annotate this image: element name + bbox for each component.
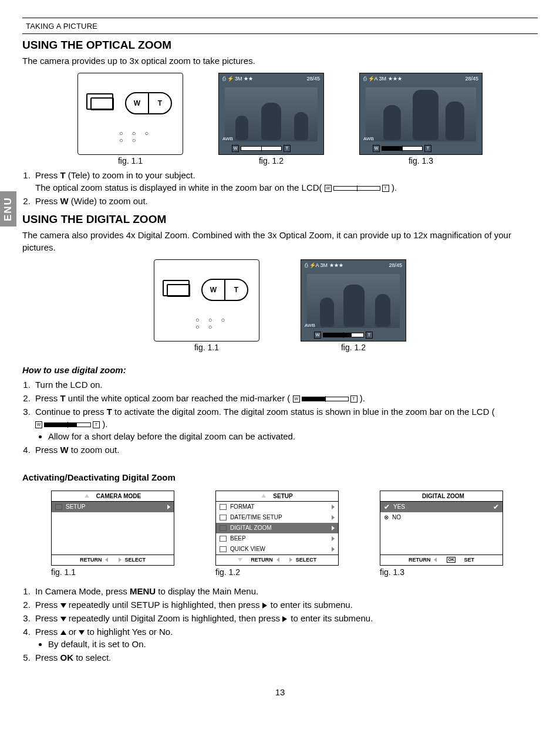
digital-steps: Turn the LCD on. Press T until the white… [33,378,538,456]
triangle-left-icon [276,557,279,562]
menu-row-label: NO [392,514,499,520]
triangle-left-icon [434,557,437,562]
text: (Wide) to zoom out. [69,196,148,206]
digital-figure-row: WT ○ ○ ○○ ○ fig. 1.1 ⎙ ⚡A 3M ★★★28/45 AW… [22,259,538,352]
fig-caption: fig. 1.1 [118,156,143,165]
menu-row-label: FORMAT [230,503,328,510]
key-ok: OK [60,652,74,662]
key-w: W [60,196,69,206]
fig-1-2: ⎙ ⚡A 3M ★★★28/45 AWB WT fig. 1.2 [301,259,406,352]
menu-row-label: SETUP [66,503,164,510]
key-t: T [107,407,112,417]
step-4: Press W to zoom out. [33,444,538,456]
text: Press [35,627,60,637]
fig-caption: fig. 1.2 [341,343,366,352]
text: Press [35,600,60,610]
text: Press [35,393,60,403]
lcd-preview: ⎙ ⚡ 3M ★★28/45 AWB WT [218,73,324,155]
triangle-right-icon [282,616,287,622]
menu-digital-zoom: DIGITAL ZOOM ✔YES✔ ⊗NO RETURN OK SET [380,491,503,566]
zoom-icon [220,525,227,531]
triangle-right-icon [289,557,292,562]
fig-caption: fig. 1.1 [194,343,219,352]
text: until the white optical zoom bar reached… [66,393,293,403]
menu-2: SETUP FORMAT DATE/TIME SETUP DIGITAL ZOO… [215,491,345,577]
heading-digital-zoom: USING THE DIGITAL ZOOM [22,213,538,226]
text: to zoom out. [69,445,120,455]
text: to enter its submenu. [288,613,373,623]
lcd-awb: AWB [222,136,233,141]
text: or [66,627,79,637]
footer-return: RETURN [80,557,102,563]
page-number: 13 [22,687,538,697]
menu-row-label: QUICK VIEW [230,546,328,552]
optical-intro: The camera provides up to 3x optical zoo… [22,55,538,67]
lcd-preview: ⎙ ⚡A 3M ★★★28/45 AWB WT [359,73,483,155]
zoom-bar-icon: WT [373,145,431,152]
step-4-bullet: By default, it is set to On. [48,638,538,650]
chevron-right-icon [332,515,335,520]
menu-3: DIGITAL ZOOM ✔YES✔ ⊗NO RETURN OK SET fig… [380,491,509,577]
step-1: In Camera Mode, press MENU to display th… [33,585,538,597]
fig-caption: fig. 1.2 [215,567,345,577]
text: to highlight Yes or No. [85,627,173,637]
page: TAKING A PICTURE USING THE OPTICAL ZOOM … [0,0,560,715]
lcd-preview: ⎙ ⚡A 3M ★★★28/45 AWB WT [301,259,406,342]
setup-icon [55,504,62,510]
footer-select: SELECT [125,557,146,563]
text: Press [35,613,60,623]
fig-caption: fig. 1.3 [380,567,509,577]
fig-1-1: WT ○ ○ ○○ ○ fig. 1.1 [77,73,183,165]
key-menu: MENU [130,586,156,596]
menu-row-beep: BEEP [216,533,338,544]
triangle-up-icon [85,494,89,498]
text: repeatedly until Digital Zoom is highlig… [66,613,283,623]
text: Press [35,445,60,455]
step-3: Press repeatedly until Digital Zoom is h… [33,612,538,624]
chevron-right-icon [167,505,170,509]
fig-caption: fig. 1.1 [51,567,180,577]
text: repeatedly until SETUP is highlighted, t… [66,600,262,610]
camera-back-illustration: WT ○ ○ ○○ ○ [154,259,259,342]
lcd-counter: 28/45 [465,76,478,82]
heading-optical-zoom: USING THE OPTICAL ZOOM [22,39,538,52]
optical-figure-row: WT ○ ○ ○○ ○ fig. 1.1 ⎙ ⚡ 3M ★★28/45 AWB … [22,73,538,165]
menu-1: CAMERA MODE SETUP RETURN SELECT fig. 1.1 [51,491,180,577]
ok-icon: OK [447,557,456,563]
triangle-down-icon [60,617,66,621]
fig-1-3: ⎙ ⚡A 3M ★★★28/45 AWB WT fig. 1.3 [359,73,483,165]
triangle-down-icon [238,558,242,562]
step-5: Press OK to select. [33,651,538,664]
step-1: Turn the LCD on. [33,378,538,391]
lcd-awb: AWB [305,323,315,328]
text: ). [360,393,365,403]
zoom-bar-icon: WT [325,185,389,192]
step-3-bullet: Allow for a short delay before the digit… [48,430,538,442]
footer-set: SET [464,557,475,563]
text: to display the Main Menu. [156,586,258,596]
key-t: T [60,170,66,180]
footer-return: RETURN [251,557,273,563]
section-header: TAKING A PICTURE [22,18,538,32]
activate-heading: Activating/Deactivating Digital Zoom [22,472,538,482]
triangle-right-icon [262,603,267,608]
text: Press [35,652,60,662]
triangle-up-icon [261,494,266,498]
zoom-bar-icon: WT [314,332,373,339]
howto-heading: How to use digital zoom: [22,365,538,375]
check-icon: ✔ [493,503,499,511]
text: Press [35,170,60,180]
triangle-down-icon [79,630,85,635]
menu-row-label: BEEP [230,535,328,542]
triangle-down-icon [60,603,66,608]
menu-row-digital-zoom: DIGITAL ZOOM [216,523,338,533]
text: (Tele) to zoom in to your subject. [66,170,195,180]
chevron-right-icon [332,526,335,530]
menu-header-label: CAMERA MODE [96,493,141,499]
activate-steps: In Camera Mode, press MENU to display th… [33,585,538,664]
zoom-bar-icon: WT [35,421,100,428]
menu-camera-mode: CAMERA MODE SETUP RETURN SELECT [51,491,174,566]
lcd-counter: 28/45 [389,262,402,268]
chevron-right-icon [332,536,335,541]
format-icon [220,504,227,510]
